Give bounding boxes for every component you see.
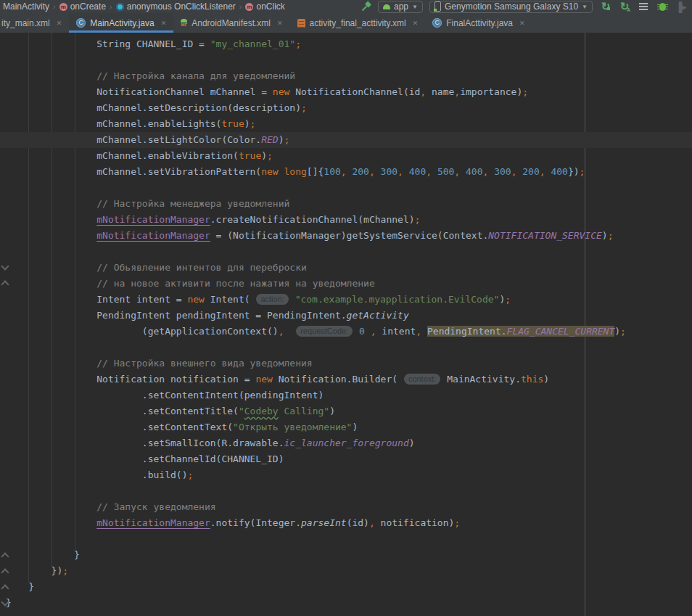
editor-tab[interactable]: MFAndroidManifest.xml✕ [173, 13, 289, 33]
code-line: mNotificationManager.notify(Integer.pars… [0, 515, 692, 531]
code-line: // на новое активити после нажатия на ув… [0, 276, 692, 292]
code-line: (getApplicationContext(), requestCode: 0… [0, 324, 692, 340]
fold-marker-icon[interactable] [1, 567, 9, 575]
code-line [0, 244, 692, 260]
code-line: NotificationChannel mChannel = new Notif… [0, 84, 692, 100]
code-line: } [0, 547, 692, 563]
breadcrumb-separator: › [239, 2, 242, 11]
android-studio-window: MainActivity›monCreate›anonymous OnClick… [0, 0, 692, 616]
code-line: } [0, 595, 692, 611]
code-line: mChannel.setVibrationPattern(new long[]{… [0, 164, 692, 180]
code-line: .setContentTitle("Codeby Calling") [0, 403, 692, 419]
editor-tab[interactable]: activity_final_acttivity.xml✕ [290, 13, 426, 33]
fold-marker-icon[interactable] [1, 583, 9, 591]
close-tab-icon[interactable]: ✕ [413, 20, 419, 27]
fold-marker-icon[interactable] [1, 263, 9, 271]
code-line: // Обьявление интентов для переброски [0, 260, 692, 276]
code-editor[interactable]: String CHANNEL_ID = "my_channel_01"; // … [0, 33, 692, 616]
profiler-icon[interactable] [637, 1, 650, 12]
attach-debugger-icon[interactable]: ▐▸ [675, 1, 688, 12]
code-line: .setContentText("Открыть уведомление") [0, 419, 692, 435]
anonymous-class-icon [116, 3, 124, 11]
method-icon: m [245, 3, 253, 11]
manifest-icon: MF [181, 19, 187, 27]
breadcrumb: MainActivity›monCreate›anonymous OnClick… [3, 1, 285, 12]
tab-label: activity_final_acttivity.xml [310, 18, 406, 28]
debug-icon[interactable] [656, 1, 669, 12]
fold-marker-icon[interactable] [1, 279, 9, 287]
breadcrumb-item[interactable]: anonymous OnClickListener [127, 1, 236, 12]
navigation-bar: MainActivity›monCreate›anonymous OnClick… [0, 0, 692, 13]
editor-tab[interactable]: CFinalActtivity.java✕ [425, 13, 532, 33]
layout-xml-icon [297, 19, 305, 28]
run-configuration-select[interactable]: app ▼ [378, 1, 423, 13]
apply-changes-restart-icon[interactable]: ↻ [599, 1, 612, 12]
java-class-icon: C [76, 18, 86, 28]
tab-label: ity_main.xml [1, 18, 50, 28]
toolbar-actions: ↻↻A▐▸ [599, 1, 688, 12]
run-configuration-label: app [394, 1, 408, 12]
code-line: mChannel.setDescription(description); [0, 100, 692, 116]
code-line: mNotificationManager = (NotificationMana… [0, 228, 692, 244]
code-line: }); [0, 563, 692, 579]
code-line: // Настройка канала для уведомлений [0, 68, 692, 84]
code-line: .build(); [0, 467, 692, 483]
code-lines: String CHANNEL_ID = "my_channel_01"; // … [0, 36, 692, 611]
code-line: mChannel.setLightColor(Color.RED); [0, 132, 692, 148]
tab-label: MainActivity.java [90, 18, 154, 28]
run-toolbar: app ▼ Genymotion Samsung Galaxy S10 ▼ ↻↻… [360, 1, 688, 13]
code-line [0, 340, 692, 356]
build-hammer-icon[interactable] [360, 1, 371, 12]
fold-marker-icon[interactable] [1, 551, 9, 559]
breadcrumb-separator: › [53, 2, 56, 11]
code-line: PendingIntent pendingIntent = PendingInt… [0, 308, 692, 324]
device-label: Genymotion Samsung Galaxy S10 [445, 1, 578, 12]
chevron-down-icon: ▼ [412, 4, 418, 10]
breadcrumb-separator: › [110, 2, 112, 11]
code-line: mNotificationManager.createNotificationC… [0, 212, 692, 228]
editor-tab[interactable]: CMainActivity.java✕ [69, 13, 173, 33]
code-line: Intent intent = new Intent( action: "com… [0, 292, 692, 308]
breadcrumb-item[interactable]: onCreate [70, 1, 106, 12]
android-icon [383, 4, 390, 9]
code-line: // Запуск уведомления [0, 499, 692, 515]
device-select[interactable]: Genymotion Samsung Galaxy S10 ▼ [429, 1, 593, 13]
code-line: .setChannelId(CHANNEL_ID) [0, 451, 692, 467]
code-line: // Настройка внешнего вида уведомления [0, 356, 692, 371]
code-line: } [0, 579, 692, 595]
code-line [0, 483, 692, 499]
java-class-icon: C [432, 18, 442, 28]
tab-label: AndroidManifest.xml [191, 18, 271, 28]
code-line: // Настройка менеджера уведомлений [0, 196, 692, 212]
code-line: mChannel.enableLights(true); [0, 116, 692, 132]
code-line [0, 180, 692, 196]
code-line: .setSmallIcon(R.drawable.ic_launcher_for… [0, 435, 692, 451]
editor-tab-bar: ity_main.xml✕CMainActivity.java✕MFAndroi… [0, 13, 692, 33]
code-line: .setContentIntent(pendingIntent) [0, 387, 692, 403]
breadcrumb-item[interactable]: MainActivity [3, 1, 49, 12]
code-line: Notification notification = new Notifica… [0, 371, 692, 387]
device-phone-icon [434, 1, 441, 12]
breadcrumb-item[interactable]: onClick [256, 1, 284, 12]
fold-marker-icon[interactable] [1, 599, 9, 607]
close-tab-icon[interactable]: ✕ [277, 20, 283, 27]
chevron-down-icon: ▼ [582, 4, 588, 10]
close-tab-icon[interactable]: ✕ [519, 20, 525, 27]
apply-code-changes-icon[interactable]: ↻A [618, 1, 631, 12]
editor-tab[interactable]: ity_main.xml✕ [0, 13, 69, 33]
close-tab-icon[interactable]: ✕ [57, 20, 62, 27]
method-icon: m [59, 3, 67, 11]
close-tab-icon[interactable]: ✕ [161, 20, 167, 27]
code-line: String CHANNEL_ID = "my_channel_01"; [0, 36, 692, 52]
code-line [0, 531, 692, 547]
code-line: mChannel.enableVibration(true); [0, 148, 692, 164]
tab-label: FinalActtivity.java [446, 18, 513, 28]
code-line [0, 52, 692, 68]
